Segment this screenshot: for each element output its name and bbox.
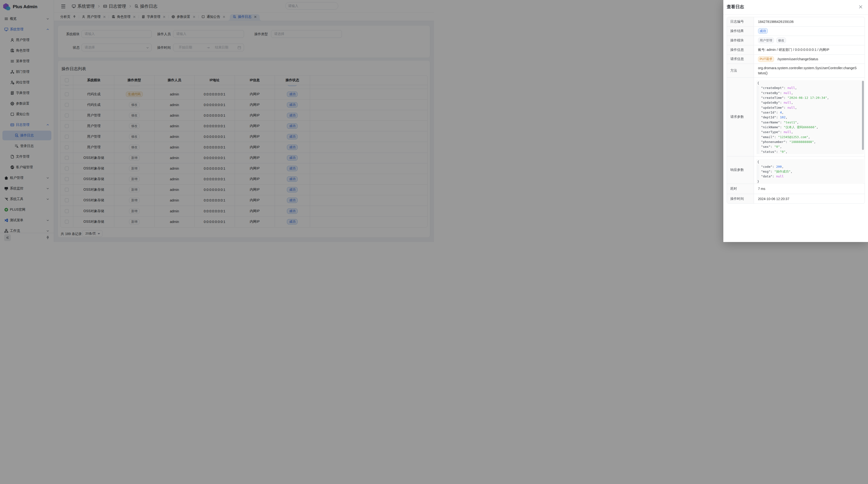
modal-overlay[interactable] bbox=[0, 0, 434, 242]
